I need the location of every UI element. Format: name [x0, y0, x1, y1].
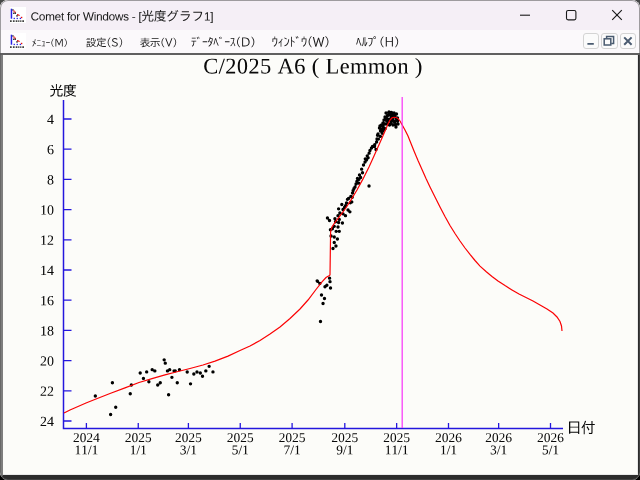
app-chart-icon [10, 7, 26, 23]
mdi-minimize-button[interactable] [583, 33, 599, 50]
menu-item-view-label [134, 30, 184, 53]
menu-item-window[interactable] [266, 30, 336, 53]
app-window [0, 0, 640, 480]
menu-item-window-text [272, 36, 328, 47]
menu-item-database-label [185, 30, 262, 53]
menu-item-window-label [266, 30, 336, 53]
mdi-child-chart-icon [10, 33, 26, 49]
mdi-close-button[interactable] [620, 33, 636, 50]
menu-item-database-text [192, 37, 255, 48]
minimize-icon [502, 0, 548, 30]
menu-item-help[interactable] [350, 30, 406, 53]
mdi-restore-button[interactable] [601, 33, 617, 50]
menu-item-view-text [140, 38, 176, 48]
mdi-minimize-icon [584, 34, 598, 48]
menu-item-menu-label [26, 30, 74, 53]
menu-item-menu-text [32, 38, 66, 47]
menubar [0, 30, 640, 55]
app-icon [10, 7, 26, 23]
titlebar[interactable] [0, 0, 640, 30]
menu-item-settings-label [80, 30, 130, 53]
mdi-close-icon [621, 34, 635, 48]
mdi-restore-icon [602, 34, 616, 48]
menu-item-help-text [357, 36, 399, 47]
menu-item-help-label [350, 30, 406, 53]
close-icon [594, 0, 640, 30]
menu-item-settings[interactable] [80, 30, 130, 53]
maximize-icon [548, 0, 594, 30]
mdi-window-controls [583, 33, 637, 50]
maximize-button[interactable] [548, 0, 594, 30]
minimize-button[interactable] [502, 0, 548, 30]
close-button[interactable] [594, 0, 640, 30]
graph-client-area [0, 55, 640, 480]
mdi-child-icon [10, 33, 26, 49]
menu-item-menu[interactable] [26, 30, 74, 53]
caption-buttons [502, 0, 640, 30]
menu-item-settings-text [86, 38, 122, 48]
menu-item-view[interactable] [134, 30, 184, 53]
menu-item-database[interactable] [185, 30, 262, 53]
